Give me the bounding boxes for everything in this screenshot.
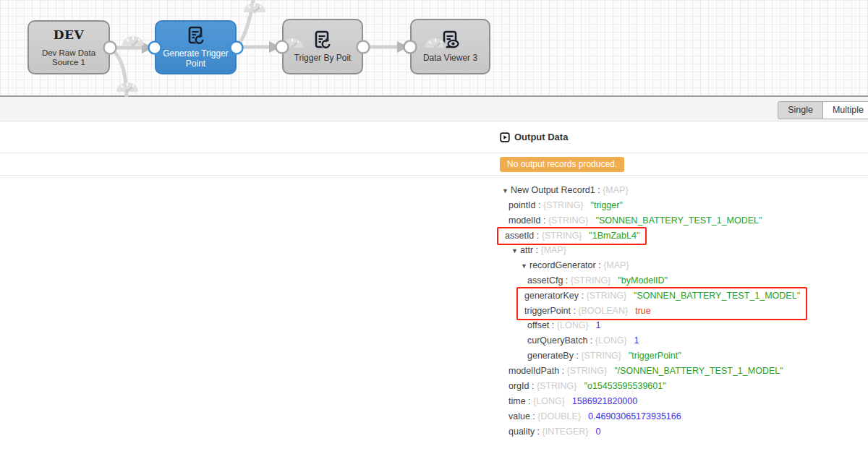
node-trigger-by-poit[interactable]: Trigger By Poit [282, 19, 363, 74]
field-key: pointId [509, 200, 536, 210]
field-value: 0 [595, 427, 600, 437]
field-value: "SONNEN_BATTERY_TEST_1_MODEL" [634, 291, 800, 301]
field-key: value [509, 411, 530, 421]
section-title: Output Data [514, 132, 568, 142]
field-type: {STRING} [537, 381, 577, 391]
field-type: {BOOLEAN} [578, 306, 628, 316]
field-type: {STRING} [567, 366, 608, 376]
node-label: Trigger By Poit [294, 53, 352, 63]
field-key: generatorKey [524, 291, 579, 301]
flow-canvas: DEV Dev Raw Data Source 1 Generate Trigg… [0, 0, 868, 97]
arrowhead-icon [397, 41, 409, 53]
field-value: "o15453595539601" [584, 381, 666, 391]
field-value: 1586921820000 [572, 396, 637, 406]
tree-row: value : {DOUBLE}0.46903065173935166 [0, 409, 868, 424]
tree-row: generatorKey : {STRING}"SONNEN_BATTERY_T… [522, 288, 800, 304]
field-type: {LONG} [533, 396, 565, 406]
field-key: modelIdPath [509, 366, 559, 376]
field-value: "trigger" [591, 200, 623, 210]
field-key: New Output Record1 [511, 185, 595, 195]
field-key: offset [527, 320, 549, 330]
node-label: Data Viewer 3 [423, 53, 477, 63]
field-value: "SONNEN_BATTERY_TEST_1_MODEL" [595, 215, 762, 226]
node-dev-logo: DEV [54, 27, 84, 42]
field-key: time [509, 396, 526, 406]
field-type: {MAP} [540, 245, 566, 255]
preview-toolbar: Single Multiple [0, 97, 868, 121]
collapse-arrow-icon[interactable]: ▼ [502, 184, 509, 199]
field-type: {STRING} [543, 200, 584, 210]
tree-row: assetId : {STRING}"1BmZabL4" [502, 228, 639, 244]
document-refresh-icon [187, 26, 205, 46]
field-type: {STRING} [586, 291, 626, 301]
tree-row: ▼attr : {MAP} [0, 243, 868, 258]
field-type: {LONG} [557, 320, 589, 330]
document-refresh-icon [313, 30, 332, 50]
field-key: assetId [505, 231, 534, 241]
field-value: "1BmZabL4" [589, 231, 639, 241]
field-type: {STRING} [571, 275, 611, 286]
node-label: Dev Raw Data Source 1 [36, 48, 101, 67]
collapse-arrow-icon[interactable]: ▼ [511, 244, 518, 259]
arrowhead-icon [142, 42, 153, 53]
field-key: recordGenerator [529, 260, 596, 270]
field-value: "/SONNEN_BATTERY_TEST_1_MODEL" [614, 366, 783, 376]
field-value: 1 [596, 320, 601, 330]
field-value: "triggerPoint" [629, 351, 681, 361]
field-key: orgId [509, 381, 529, 391]
field-type: {MAP} [603, 185, 628, 195]
field-type: {DOUBLE} [537, 411, 581, 421]
tree-row: pointId : {STRING}"trigger" [0, 198, 868, 213]
link-curve-up [237, 0, 253, 48]
node-generate-trigger-point[interactable]: Generate Trigger Point [155, 20, 237, 74]
tree-row: modelIdPath : {STRING}"/SONNEN_BATTERY_T… [0, 364, 868, 379]
tree-row: assetCfg : {STRING}"byModelID" [0, 273, 868, 288]
arrowhead-icon [269, 41, 281, 53]
field-key: modelId [509, 215, 540, 226]
tree-row: ▼New Output Record1 : {MAP} [0, 183, 868, 198]
highlight-box: assetId : {STRING}"1BmZabL4" [497, 227, 647, 245]
field-type: {LONG} [595, 335, 627, 346]
node-label: Generate Trigger Point [160, 48, 232, 69]
highlight-box: generatorKey : {STRING}"SONNEN_BATTERY_T… [516, 287, 807, 320]
collapse-arrow-icon[interactable]: ▼ [521, 259, 527, 274]
tree-row: generateBy : {STRING}"triggerPoint" [0, 348, 868, 364]
field-value: 0.46903065173935166 [588, 411, 681, 421]
field-type: {STRING} [581, 351, 621, 361]
output-record-tree: ▼New Output Record1 : {MAP}pointId : {ST… [0, 176, 868, 440]
output-data-header: Output Data [0, 121, 868, 153]
tree-row: ▼recordGenerator : {MAP} [0, 258, 868, 273]
field-value: "byModelID" [618, 275, 668, 286]
field-type: {MAP} [603, 260, 629, 270]
tree-row: modelId : {STRING}"SONNEN_BATTERY_TEST_1… [0, 213, 868, 228]
field-key: attr [520, 245, 533, 255]
tree-row: quality : {INTEGER}0 [0, 424, 868, 440]
field-value: 1 [634, 335, 639, 346]
collapse-section-icon[interactable] [500, 132, 510, 142]
node-dev-raw-data-source[interactable]: DEV Dev Raw Data Source 1 [27, 20, 110, 74]
field-key: curQueryBatch [527, 335, 587, 346]
field-key: quality [509, 427, 535, 437]
no-output-badge: No output records produced. [500, 157, 624, 172]
field-type: {STRING} [542, 231, 582, 241]
link-curve-down [110, 48, 127, 97]
record-view-toggle: Single Multiple [778, 101, 868, 119]
tree-row: time : {LONG}1586921820000 [0, 394, 868, 409]
document-eye-icon [441, 30, 460, 50]
tree-row: offset : {LONG}1 [0, 318, 868, 333]
field-key: generateBy [527, 351, 574, 361]
tree-row: orgId : {STRING}"o15453595539601" [0, 379, 868, 394]
field-key: assetCfg [527, 275, 563, 286]
notice-row: No output records produced. [0, 153, 868, 176]
field-type: {INTEGER} [542, 427, 589, 437]
single-view-button[interactable]: Single [778, 101, 823, 119]
tree-row: triggerPoint : {BOOLEAN}true [522, 304, 800, 319]
field-type: {STRING} [548, 215, 589, 226]
multiple-view-button[interactable]: Multiple [823, 101, 868, 119]
field-value: true [635, 306, 651, 316]
tree-row: curQueryBatch : {LONG}1 [0, 333, 868, 348]
node-data-viewer-3[interactable]: Data Viewer 3 [410, 19, 490, 74]
field-key: triggerPoint [524, 306, 571, 316]
